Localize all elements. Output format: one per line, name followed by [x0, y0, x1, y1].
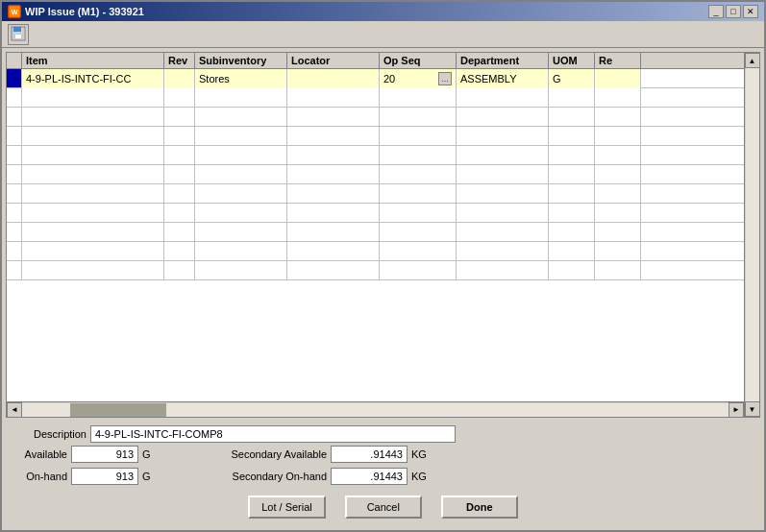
onhand-label: On-hand [13, 471, 71, 482]
button-row: Lot / Serial Cancel Done [13, 488, 753, 522]
cell-re-empty [595, 88, 641, 108]
cell-item[interactable]: 4-9-PL-IS-INTC-FI-CC [22, 69, 164, 88]
save-icon [11, 26, 26, 43]
row-active-indicator [7, 69, 22, 87]
table-row [7, 127, 744, 146]
sec-onhand-row: Secondary On-hand .91443 KG [206, 468, 427, 485]
available-row: Available 913 G [13, 446, 158, 463]
row-indicator [7, 184, 22, 203]
title-bar-controls: _ □ ✕ [708, 5, 758, 18]
header-indicator [7, 53, 22, 68]
table-row [7, 108, 744, 127]
row-indicator [7, 108, 22, 126]
available-uom: G [138, 448, 158, 460]
scroll-left-button[interactable]: ◄ [7, 402, 22, 418]
grid-body: 4-9-PL-IS-INTC-FI-CC Stores … ASSEMBLY [7, 69, 744, 401]
table-row [7, 88, 744, 108]
bottom-right-info: Secondary Available .91443 KG Secondary … [206, 446, 427, 488]
svg-rect-5 [15, 35, 21, 38]
v-scroll-track [746, 68, 759, 401]
table-row [7, 261, 744, 280]
cell-dept-empty [457, 88, 549, 108]
header-opseq: Op Seq [380, 53, 457, 68]
cell-re [595, 69, 641, 88]
table-row [7, 184, 744, 204]
description-row: Description 4-9-PL-IS-INTC-FI-COMP8 [13, 425, 753, 443]
header-loc: Locator [287, 53, 380, 68]
title-bar-left: W WIP Issue (M1) - 393921 [8, 5, 144, 18]
cell-uom-empty [549, 88, 595, 108]
description-label: Description [13, 428, 90, 440]
table-row[interactable]: 4-9-PL-IS-INTC-FI-CC Stores … ASSEMBLY [7, 69, 744, 88]
opseq-dropdown-button[interactable]: … [438, 72, 452, 85]
onhand-row: On-hand 913 G [13, 468, 158, 485]
done-button[interactable]: Done [441, 496, 518, 519]
header-uom: UOM [549, 53, 595, 68]
svg-text:W: W [12, 9, 18, 15]
close-button[interactable]: ✕ [743, 5, 758, 18]
sec-available-value: .91443 [331, 446, 408, 463]
save-button[interactable] [8, 24, 29, 45]
cell-sub-empty [195, 88, 287, 108]
available-label: Available [13, 448, 71, 460]
row-indicator [7, 242, 22, 260]
grid-container: Item Rev Subinventory Locator Op Seq Dep… [6, 52, 760, 418]
sec-onhand-label: Secondary On-hand [206, 471, 331, 482]
row-indicator [7, 261, 22, 279]
vertical-scrollbar[interactable]: ▲ ▼ [744, 53, 759, 417]
header-dept: Department [457, 53, 549, 68]
lot-serial-button[interactable]: Lot / Serial [248, 496, 326, 519]
opseq-input[interactable] [383, 73, 438, 85]
table-row [7, 223, 744, 242]
toolbar [2, 21, 764, 48]
grid-with-scroll: Item Rev Subinventory Locator Op Seq Dep… [7, 53, 759, 417]
row-indicator [7, 88, 22, 107]
cell-sub[interactable]: Stores [195, 69, 287, 88]
svg-rect-3 [13, 27, 21, 32]
scroll-track [22, 403, 729, 417]
scroll-down-button[interactable]: ▼ [745, 401, 760, 417]
row-indicator [7, 127, 22, 145]
cell-rev [164, 69, 195, 88]
maximize-button[interactable]: □ [726, 5, 741, 18]
row-indicator [7, 165, 22, 183]
cell-rev-empty [164, 88, 195, 108]
cell-opseq-empty [380, 88, 457, 108]
onhand-uom: G [138, 471, 158, 482]
cell-item-empty [22, 88, 164, 108]
sec-available-uom: KG [408, 448, 427, 460]
main-window: W WIP Issue (M1) - 393921 _ □ ✕ [0, 0, 766, 532]
scroll-up-button[interactable]: ▲ [745, 53, 760, 68]
sec-onhand-value: .91443 [331, 468, 408, 485]
cell-dept[interactable]: ASSEMBLY [457, 69, 549, 88]
content-area: Item Rev Subinventory Locator Op Seq Dep… [2, 48, 764, 530]
sec-onhand-uom: KG [408, 471, 427, 482]
cancel-button[interactable]: Cancel [345, 496, 422, 519]
row-indicator [7, 223, 22, 241]
scroll-thumb[interactable] [70, 403, 166, 417]
table-row [7, 146, 744, 165]
available-value: 913 [71, 446, 138, 463]
title-bar: W WIP Issue (M1) - 393921 _ □ ✕ [2, 2, 764, 21]
scroll-right-button[interactable]: ► [729, 402, 744, 418]
header-rev: Rev [164, 53, 195, 68]
table-row [7, 242, 744, 261]
minimize-button[interactable]: _ [708, 5, 724, 18]
header-item: Item [22, 53, 164, 68]
grid-header: Item Rev Subinventory Locator Op Seq Dep… [7, 53, 744, 69]
sec-available-label: Secondary Available [206, 448, 331, 460]
cell-opseq[interactable]: … [380, 69, 457, 88]
bottom-panel: Description 4-9-PL-IS-INTC-FI-COMP8 Avai… [6, 422, 760, 526]
table-row [7, 204, 744, 223]
onhand-value: 913 [71, 468, 138, 485]
horizontal-scrollbar[interactable]: ◄ ► [7, 401, 744, 417]
cell-uom[interactable]: G [549, 69, 595, 88]
header-sub: Subinventory [195, 53, 287, 68]
cell-loc [287, 69, 380, 88]
header-re: Re [595, 53, 641, 68]
cell-loc-empty [287, 88, 380, 108]
description-value: 4-9-PL-IS-INTC-FI-COMP8 [90, 425, 456, 443]
row-indicator [7, 146, 22, 164]
app-icon: W [8, 5, 21, 18]
sec-available-row: Secondary Available .91443 KG [206, 446, 427, 463]
